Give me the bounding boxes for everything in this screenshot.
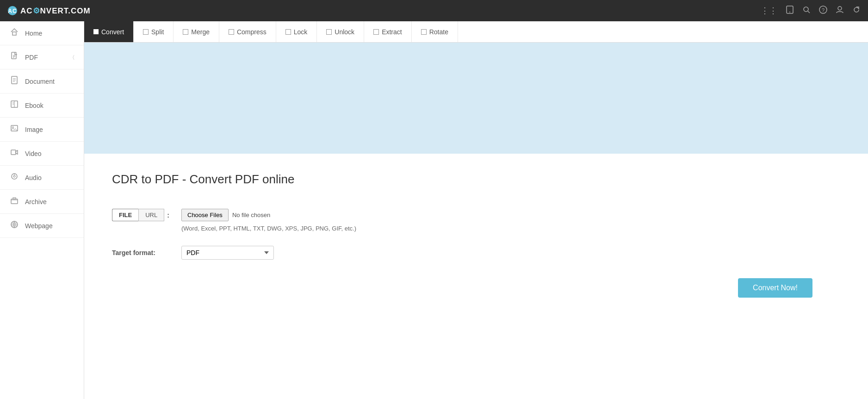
svg-rect-9 [12,32,16,35]
svg-point-23 [12,127,14,128]
tab-merge-label: Merge [191,28,210,36]
svg-text:AC: AC [8,8,17,14]
sidebar-item-audio[interactable]: Audio [0,166,84,190]
banner [84,43,868,154]
svg-line-5 [808,11,810,13]
file-toggle-btn[interactable]: FILE [112,209,138,221]
sidebar-item-archive[interactable]: Archive [0,190,84,214]
webpage-icon [9,220,19,231]
sidebar-item-pdf-label: PDF [25,54,38,61]
tab-convert-icon [93,29,99,34]
help-icon[interactable]: ? [819,6,827,16]
svg-rect-29 [13,198,16,199]
file-formats-hint: (Word, Excel, PPT, HTML, TXT, DWG, XPS, … [181,225,840,232]
tab-compress[interactable]: Compress [219,21,276,42]
user-icon[interactable] [836,6,844,16]
sidebar-item-video-label: Video [25,150,42,157]
search-icon[interactable] [802,6,811,16]
ebook-icon [9,100,19,111]
sidebar-item-archive-label: Archive [25,198,47,206]
audio-icon [9,172,19,183]
tab-lock[interactable]: Lock [276,21,317,42]
svg-rect-24 [11,150,16,155]
page-title: CDR to PDF - Convert PDF online [112,172,840,187]
tab-split-icon [143,29,149,35]
svg-point-3 [789,12,790,12]
tab-convert[interactable]: Convert [84,21,134,42]
logo-ac: AC [7,6,19,16]
file-control-col: Choose Files No file chosen (Word, Excel… [181,205,840,232]
tab-rotate-icon [421,29,427,35]
sidebar-item-webpage[interactable]: Webpage [0,214,84,238]
sidebar-item-home-label: Home [25,30,42,37]
choose-files-button[interactable]: Choose Files [181,209,229,221]
video-icon [9,148,19,159]
toggle-colon: : [167,212,169,219]
sidebar-item-ebook-label: Ebook [25,102,43,109]
tab-rotate-label: Rotate [429,28,448,36]
tab-unlock-label: Unlock [335,28,354,36]
home-icon [9,28,19,38]
tab-unlock-icon [326,29,332,35]
sidebar-item-video[interactable]: Video [0,142,84,166]
tab-merge-icon [183,29,188,35]
tab-extract[interactable]: Extract [364,21,412,42]
svg-text:?: ? [822,7,825,13]
logo-text: AC⚙NVERT.COM [20,6,91,16]
tab-compress-icon [229,29,234,35]
file-url-toggle: FILE URL : [112,209,172,221]
url-toggle-btn[interactable]: URL [138,209,164,221]
tab-convert-label: Convert [101,28,124,36]
content-area: Convert Split Merge Compress Lock Unlock [84,21,868,399]
convert-now-button[interactable]: Convert Now! [738,278,812,298]
sidebar-item-image-label: Image [25,126,43,133]
file-label-col: FILE URL : [112,205,172,225]
file-chooser-row: Choose Files No file chosen [181,209,840,221]
tab-extract-label: Extract [382,28,402,36]
target-format-label: Target format: [112,249,172,256]
sidebar-item-webpage-label: Webpage [25,222,53,230]
svg-point-8 [838,6,842,10]
topbar-icons: ⋮⋮ ? [761,6,861,16]
archive-icon [9,196,19,207]
tab-rotate[interactable]: Rotate [412,21,458,42]
sidebar-item-image[interactable]: Image [0,118,84,142]
sidebar-item-ebook[interactable]: Ebook [0,94,84,118]
pdf-icon [9,52,19,62]
tab-merge[interactable]: Merge [174,21,219,42]
tab-split[interactable]: Split [134,21,174,42]
main-layout: Home PDF 〈 [0,21,868,399]
svg-point-4 [804,7,808,12]
sidebar-item-audio-label: Audio [25,174,42,181]
topbar: AC AC⚙NVERT.COM ⋮⋮ ? [0,0,868,21]
refresh-icon[interactable] [852,6,861,16]
image-icon [9,124,19,135]
tabbar: Convert Split Merge Compress Lock Unlock [84,21,868,43]
sidebar-item-document-label: Document [25,78,55,85]
sidebar-item-document[interactable]: Document [0,69,84,94]
tab-lock-label: Lock [294,28,308,36]
format-select[interactable]: PDF DOC DOCX JPG PNG [181,246,274,260]
tablet-icon[interactable] [786,6,794,16]
tab-lock-icon [285,29,291,35]
tab-extract-icon [373,29,379,35]
page-content: CDR to PDF - Convert PDF online FILE URL… [84,154,868,399]
sidebar-item-home[interactable]: Home [0,21,84,45]
file-input-row: FILE URL : Choose Files No file chosen (… [112,205,840,232]
target-format-row: Target format: PDF DOC DOCX JPG PNG [112,246,840,260]
sidebar: Home PDF 〈 [0,21,84,399]
no-file-text: No file chosen [232,212,270,218]
sidebar-item-pdf[interactable]: PDF 〈 [0,45,84,69]
grid-icon[interactable]: ⋮⋮ [761,6,777,16]
tab-unlock[interactable]: Unlock [317,21,364,42]
tab-compress-label: Compress [237,28,267,36]
document-icon [9,76,19,87]
svg-point-26 [13,175,15,177]
chevron-right-icon: 〈 [73,54,74,60]
logo[interactable]: AC AC⚙NVERT.COM [7,6,91,16]
tab-split-label: Split [151,28,164,36]
